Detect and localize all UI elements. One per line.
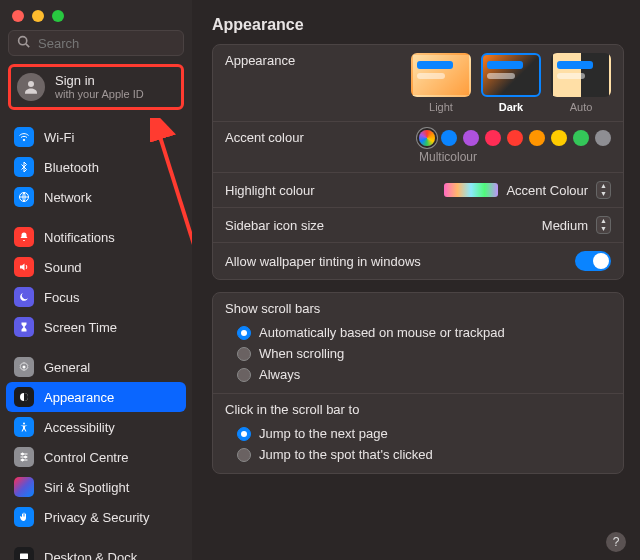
sidebar-item-label: Wi-Fi xyxy=(44,130,74,145)
scroll-option-auto[interactable]: Automatically based on mouse or trackpad xyxy=(225,322,611,343)
search-input[interactable] xyxy=(36,35,175,52)
appearance-icon xyxy=(14,387,34,407)
radio-icon xyxy=(237,448,251,462)
sliders-icon xyxy=(14,447,34,467)
svg-point-11 xyxy=(22,453,24,455)
main-content: Appearance Appearance Light Dark Auto Ac… xyxy=(192,0,640,560)
sidebar: Sign in with your Apple ID Wi-Fi Bluetoo… xyxy=(0,0,192,560)
appearance-option-light[interactable]: Light xyxy=(411,53,471,113)
sidebar-item-accessibility[interactable]: Accessibility xyxy=(6,412,186,442)
sidebar-item-network[interactable]: Network xyxy=(6,182,186,212)
accent-colour-value: Multicolour xyxy=(419,150,611,164)
accent-swatch-purple[interactable] xyxy=(463,130,479,146)
appearance-panel: Appearance Light Dark Auto Accent colour xyxy=(212,44,624,280)
sidebar-icon-size-label: Sidebar icon size xyxy=(225,218,532,233)
sidebar-item-privacy[interactable]: Privacy & Security xyxy=(6,502,186,532)
sidebar-item-screen-time[interactable]: Screen Time xyxy=(6,312,186,342)
sidebar-item-label: General xyxy=(44,360,90,375)
desktop-icon xyxy=(14,547,34,560)
highlight-colour-label: Highlight colour xyxy=(225,183,434,198)
sidebar-item-general[interactable]: General xyxy=(6,352,186,382)
settings-window: Sign in with your Apple ID Wi-Fi Bluetoo… xyxy=(0,0,640,560)
accent-swatch-yellow[interactable] xyxy=(551,130,567,146)
accessibility-icon xyxy=(14,417,34,437)
sidebar-nav: Wi-Fi Bluetooth Network Notifications So… xyxy=(0,118,192,560)
sidebar-item-label: Privacy & Security xyxy=(44,510,149,525)
accent-swatch-orange[interactable] xyxy=(529,130,545,146)
radio-icon xyxy=(237,326,251,340)
wifi-icon xyxy=(14,127,34,147)
sidebar-item-desktop-dock[interactable]: Desktop & Dock xyxy=(6,542,186,560)
svg-point-7 xyxy=(23,423,25,425)
accent-swatch-graphite[interactable] xyxy=(595,130,611,146)
accent-swatch-pink[interactable] xyxy=(485,130,501,146)
highlight-preview-icon xyxy=(444,183,498,197)
network-icon xyxy=(14,187,34,207)
sidebar-icon-size-select[interactable]: Medium ▲▼ xyxy=(542,216,611,234)
accent-colour-label: Accent colour xyxy=(225,130,409,145)
sidebar-item-notifications[interactable]: Notifications xyxy=(6,222,186,252)
sidebar-item-label: Network xyxy=(44,190,92,205)
sign-in-subtitle: with your Apple ID xyxy=(55,88,144,100)
accent-swatch-green[interactable] xyxy=(573,130,589,146)
scroll-click-spot[interactable]: Jump to the spot that's clicked xyxy=(225,444,611,465)
sidebar-item-wifi[interactable]: Wi-Fi xyxy=(6,122,186,152)
siri-icon xyxy=(14,477,34,497)
appearance-options: Light Dark Auto xyxy=(411,53,611,113)
appearance-option-dark[interactable]: Dark xyxy=(481,53,541,113)
sidebar-item-bluetooth[interactable]: Bluetooth xyxy=(6,152,186,182)
sidebar-item-sound[interactable]: Sound xyxy=(6,252,186,282)
scroll-option-when-scrolling[interactable]: When scrolling xyxy=(225,343,611,364)
sidebar-item-label: Notifications xyxy=(44,230,115,245)
radio-icon xyxy=(237,347,251,361)
bluetooth-icon xyxy=(14,157,34,177)
sidebar-item-focus[interactable]: Focus xyxy=(6,282,186,312)
sidebar-item-control-centre[interactable]: Control Centre xyxy=(6,442,186,472)
sidebar-item-label: Desktop & Dock xyxy=(44,550,137,561)
page-title: Appearance xyxy=(212,16,624,34)
appearance-label: Appearance xyxy=(225,53,401,68)
hourglass-icon xyxy=(14,317,34,337)
minimize-button[interactable] xyxy=(32,10,44,22)
scroll-option-always[interactable]: Always xyxy=(225,364,611,385)
sidebar-item-label: Accessibility xyxy=(44,420,115,435)
window-controls xyxy=(0,0,192,30)
accent-swatch-red[interactable] xyxy=(507,130,523,146)
radio-icon xyxy=(237,368,251,382)
wallpaper-tinting-toggle[interactable] xyxy=(575,251,611,271)
scroll-click-next-page[interactable]: Jump to the next page xyxy=(225,423,611,444)
accent-swatch-multicolour[interactable] xyxy=(419,130,435,146)
updown-icon: ▲▼ xyxy=(596,181,611,199)
svg-point-2 xyxy=(28,81,34,87)
scroll-click-label: Click in the scroll bar to xyxy=(225,402,611,417)
appearance-option-auto[interactable]: Auto xyxy=(551,53,611,113)
svg-point-13 xyxy=(22,459,24,461)
sign-in-row[interactable]: Sign in with your Apple ID xyxy=(8,64,184,110)
svg-rect-14 xyxy=(20,554,28,560)
accent-swatch-blue[interactable] xyxy=(441,130,457,146)
sidebar-item-appearance[interactable]: Appearance xyxy=(6,382,186,412)
hand-icon xyxy=(14,507,34,527)
close-button[interactable] xyxy=(12,10,24,22)
highlight-colour-select[interactable]: Accent Colour ▲▼ xyxy=(444,181,611,199)
radio-icon xyxy=(237,427,251,441)
svg-point-0 xyxy=(19,37,27,45)
sign-in-title: Sign in xyxy=(55,74,144,88)
sidebar-item-label: Siri & Spotlight xyxy=(44,480,129,495)
scroll-panel: Show scroll bars Automatically based on … xyxy=(212,292,624,474)
bell-icon xyxy=(14,227,34,247)
speaker-icon xyxy=(14,257,34,277)
help-button[interactable]: ? xyxy=(606,532,626,552)
sidebar-item-label: Focus xyxy=(44,290,79,305)
sidebar-icon-size-value: Medium xyxy=(542,218,588,233)
sidebar-item-siri[interactable]: Siri & Spotlight xyxy=(6,472,186,502)
search-field[interactable] xyxy=(8,30,184,56)
svg-point-12 xyxy=(25,456,27,458)
svg-point-5 xyxy=(23,366,26,369)
sidebar-item-label: Sound xyxy=(44,260,82,275)
highlight-colour-value: Accent Colour xyxy=(506,183,588,198)
maximize-button[interactable] xyxy=(52,10,64,22)
sidebar-item-label: Control Centre xyxy=(44,450,129,465)
scroll-bars-label: Show scroll bars xyxy=(225,301,611,316)
svg-line-1 xyxy=(26,44,29,47)
